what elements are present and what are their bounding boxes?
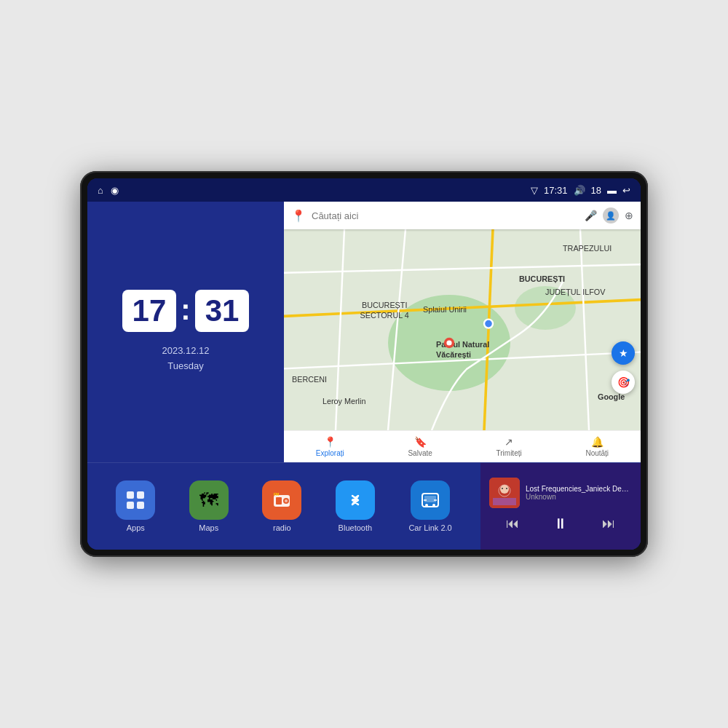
music-artist: Unknown	[526, 493, 632, 501]
svg-point-44	[506, 488, 507, 489]
svg-text:FM: FM	[274, 492, 279, 496]
battery-icon: ▬	[607, 185, 617, 196]
map-nav-share[interactable]: ↗ Trimiteți	[496, 436, 522, 457]
music-controls: ⏮ ⏸ ⏭	[489, 513, 632, 535]
music-info: Lost Frequencies_Janieck Devy-... Unknow…	[489, 478, 632, 508]
status-time: 17:31	[544, 185, 568, 196]
microphone-icon[interactable]: 🎤	[585, 210, 597, 221]
music-thumbnail	[489, 478, 520, 508]
battery-level: 18	[591, 185, 601, 196]
svg-point-31	[285, 499, 288, 502]
status-bar: ⌂ ◉ ▽ 17:31 🔊 18 ▬ ↩	[87, 178, 641, 202]
svg-text:JUDEȚUL ILFOV: JUDEȚUL ILFOV	[545, 288, 606, 296]
svg-point-22	[446, 340, 451, 345]
map-nav-explore[interactable]: 📍 Explorați	[316, 436, 344, 457]
clock-panel: 17 : 31 2023.12.12 Tuesday	[87, 202, 284, 462]
clock-hour: 17	[122, 290, 177, 332]
bluetooth-label: Bluetooth	[339, 523, 372, 532]
apps-row: Apps 🗺 Maps	[87, 463, 480, 550]
bottom-row: Apps 🗺 Maps	[87, 462, 641, 550]
car-screen: ⌂ ◉ ▽ 17:31 🔊 18 ▬ ↩ 17 : 3	[87, 178, 641, 550]
clock-colon: :	[181, 293, 190, 326]
maps-shortcut-icon[interactable]: ◉	[111, 185, 119, 196]
car-display-device: ⌂ ◉ ▽ 17:31 🔊 18 ▬ ↩ 17 : 3	[80, 171, 648, 557]
svg-rect-29	[276, 497, 282, 505]
back-icon[interactable]: ↩	[622, 185, 630, 196]
svg-rect-27	[137, 502, 144, 509]
map-search-icons: 🎤 👤 ⊕	[585, 207, 633, 223]
svg-rect-41	[493, 498, 516, 505]
signal-icon: ▽	[531, 185, 538, 196]
music-title: Lost Frequencies_Janieck Devy-...	[526, 485, 632, 493]
app-icon-bluetooth[interactable]: Bluetooth	[336, 480, 375, 532]
map-nav-news[interactable]: 🔔 Noutăți	[585, 436, 609, 457]
status-left: ⌂ ◉	[98, 185, 119, 196]
home-icon[interactable]: ⌂	[98, 185, 103, 196]
svg-text:Leroy Merlin: Leroy Merlin	[323, 397, 365, 405]
map-search-input[interactable]	[312, 210, 579, 221]
svg-text:BUCUREȘTI: BUCUREȘTI	[519, 274, 565, 283]
app-icon-apps[interactable]: Apps	[116, 480, 155, 532]
radio-icon: FM	[262, 480, 301, 520]
svg-point-43	[502, 488, 503, 489]
app-icon-maps[interactable]: 🗺 Maps	[189, 480, 229, 532]
clock-minute: 31	[195, 290, 250, 332]
start-navigation-button[interactable]: ★	[612, 341, 635, 365]
clock-display: 17 : 31	[122, 290, 250, 332]
map-area[interactable]: Parcul Natural Văcărești BERCENI BUCUREȘ…	[284, 229, 641, 430]
carlink-icon	[411, 480, 450, 520]
svg-text:SECTORUL 4: SECTORUL 4	[360, 311, 409, 320]
next-button[interactable]: ⏭	[602, 516, 615, 531]
status-right: ▽ 17:31 🔊 18 ▬ ↩	[531, 185, 630, 196]
saved-icon: 🔖	[414, 436, 427, 448]
svg-text:BUCUREȘTI: BUCUREȘTI	[362, 301, 407, 309]
svg-point-23	[484, 320, 493, 328]
explore-icon: 📍	[324, 436, 336, 448]
play-pause-button[interactable]: ⏸	[553, 515, 568, 532]
svg-rect-26	[127, 502, 134, 509]
main-content: 17 : 31 2023.12.12 Tuesday 📍	[87, 202, 641, 550]
radio-label: radio	[273, 523, 290, 532]
svg-rect-34	[424, 496, 436, 502]
map-bottom-bar: 📍 Explorați 🔖 Salvate ↗ Trimiteți 🔔	[284, 430, 641, 462]
maps-label: Maps	[199, 523, 218, 532]
svg-text:Splaiul Unirii: Splaiul Unirii	[423, 305, 467, 314]
volume-icon[interactable]: 🔊	[574, 185, 585, 196]
music-text: Lost Frequencies_Janieck Devy-... Unknow…	[526, 485, 632, 501]
top-row: 17 : 31 2023.12.12 Tuesday 📍	[87, 202, 641, 462]
svg-text:TRAPEZULUI: TRAPEZULUI	[563, 244, 612, 253]
map-search-bar[interactable]: 📍 🎤 👤 ⊕	[284, 202, 641, 229]
svg-rect-25	[137, 491, 144, 499]
svg-text:Parcul Natural: Parcul Natural	[436, 340, 489, 349]
svg-text:BERCENI: BERCENI	[292, 375, 327, 384]
svg-point-36	[432, 504, 435, 507]
news-icon: 🔔	[591, 436, 604, 448]
clock-date: 2023.12.12 Tuesday	[162, 344, 209, 374]
app-icon-radio[interactable]: FM radio	[262, 480, 301, 532]
location-button[interactable]: 🎯	[612, 371, 635, 394]
app-icon-carlink[interactable]: Car Link 2.0	[408, 480, 451, 532]
carlink-label: Car Link 2.0	[408, 523, 451, 532]
google-maps-pin-icon: 📍	[291, 209, 306, 223]
prev-button[interactable]: ⏮	[506, 516, 519, 531]
svg-point-42	[500, 485, 509, 494]
apps-label: Apps	[127, 523, 145, 532]
svg-text:Văcărești: Văcărești	[436, 350, 471, 359]
music-player: Lost Frequencies_Janieck Devy-... Unknow…	[480, 463, 641, 550]
svg-point-35	[425, 504, 428, 507]
share-icon: ↗	[505, 436, 513, 448]
account-icon[interactable]: 👤	[603, 207, 619, 223]
bluetooth-icon	[336, 480, 375, 520]
layers-icon[interactable]: ⊕	[625, 210, 633, 221]
maps-icon: 🗺	[189, 480, 229, 520]
apps-icon	[116, 480, 155, 520]
map-panel[interactable]: 📍 🎤 👤 ⊕	[284, 202, 641, 462]
map-nav-saved[interactable]: 🔖 Salvate	[408, 436, 432, 457]
svg-rect-24	[127, 491, 134, 499]
